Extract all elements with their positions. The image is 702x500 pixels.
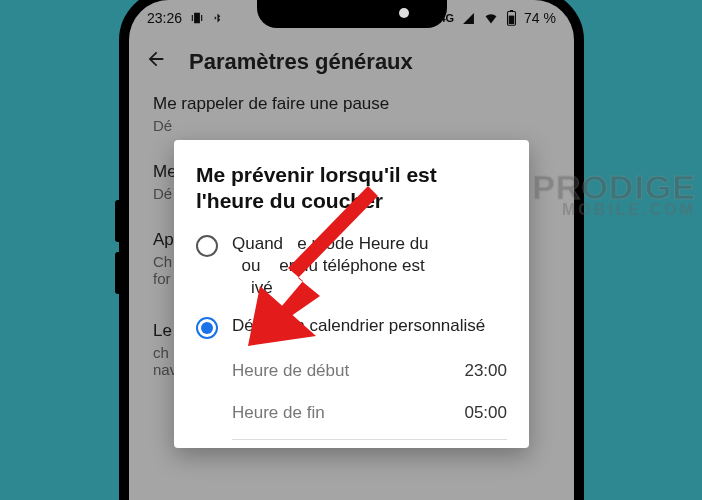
signal-icon <box>461 12 476 25</box>
radio-unchecked-icon <box>196 235 218 257</box>
battery-icon <box>506 10 517 26</box>
end-time-row[interactable]: Heure de fin 05:00 <box>196 397 507 429</box>
phone-notch <box>257 0 447 28</box>
bluetooth-icon <box>212 11 223 25</box>
radio-label: Définir un calendrier personnalisé <box>232 315 485 337</box>
setting-remind-break[interactable]: Me rappeler de faire une pause Dé <box>153 94 550 134</box>
wifi-icon <box>483 12 499 25</box>
svg-rect-2 <box>509 16 515 24</box>
volume-up-button[interactable] <box>115 200 119 242</box>
start-time-row[interactable]: Heure de début 23:00 <box>196 355 507 387</box>
battery-percent: 74 % <box>524 10 556 26</box>
vibrate-icon <box>190 11 204 25</box>
radio-option-custom-schedule[interactable]: Définir un calendrier personnalisé <box>196 315 507 339</box>
radio-label: Quand e mode Heure du ou er du téléphone… <box>232 233 429 299</box>
start-time-value: 23:00 <box>464 361 507 381</box>
app-header: Paramètres généraux <box>129 36 574 94</box>
volume-down-button[interactable] <box>115 252 119 294</box>
divider <box>232 439 507 440</box>
phone-frame: 23:26 4G <box>119 0 584 500</box>
screen: 23:26 4G <box>129 0 574 500</box>
end-time-label: Heure de fin <box>232 403 325 423</box>
bedtime-dialog: Me prévenir lorsqu'il est l'heure du cou… <box>174 140 529 448</box>
start-time-label: Heure de début <box>232 361 349 381</box>
back-icon[interactable] <box>145 48 167 76</box>
end-time-value: 05:00 <box>464 403 507 423</box>
setting-title: Me rappeler de faire une pause <box>153 94 550 114</box>
dialog-title: Me prévenir lorsqu'il est l'heure du cou… <box>196 162 507 215</box>
svg-rect-3 <box>510 10 513 12</box>
radio-option-phone-bedtime[interactable]: Quand e mode Heure du ou er du téléphone… <box>196 233 507 299</box>
page-title: Paramètres généraux <box>189 49 413 75</box>
front-camera <box>399 8 409 18</box>
setting-sub: Dé <box>153 117 550 134</box>
radio-checked-icon <box>196 317 218 339</box>
status-time: 23:26 <box>147 10 182 26</box>
